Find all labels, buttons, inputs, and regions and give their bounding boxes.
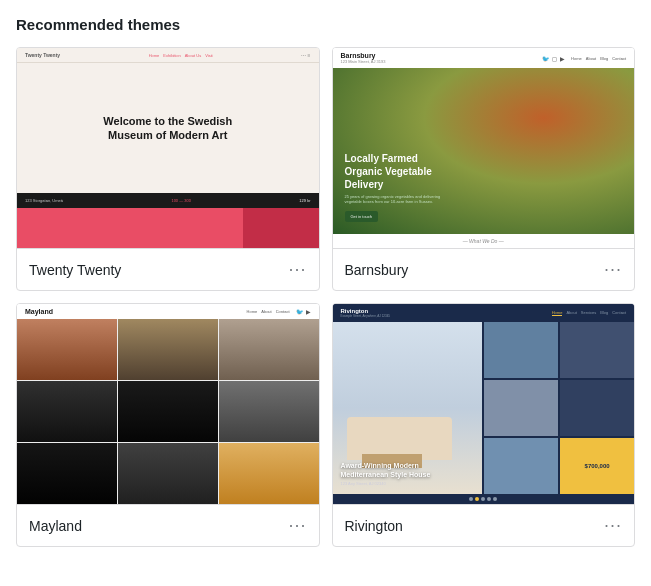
theme-footer-mayland: Mayland ··· (17, 504, 319, 546)
theme-name-rivington: Rivington (345, 518, 403, 534)
theme-name-barnsbury: Barnsbury (345, 262, 409, 278)
theme-card-barnsbury: Barnsbury 123 Main Street, AJ 3193 🐦◻▶ H… (332, 47, 636, 291)
theme-card-rivington: Rivington Example Street, Anywhere, AJ 1… (332, 303, 636, 547)
theme-more-button-barnsbury[interactable]: ··· (604, 259, 622, 280)
theme-preview-mayland[interactable]: Mayland HomeAboutContact 🐦▶ (17, 304, 319, 504)
theme-card-mayland: Mayland HomeAboutContact 🐦▶ (16, 303, 320, 547)
themes-grid: Twenty Twenty Home Exhibition About Us V… (16, 47, 635, 547)
section-title: Recommended themes (16, 16, 635, 33)
theme-preview-barnsbury[interactable]: Barnsbury 123 Main Street, AJ 3193 🐦◻▶ H… (333, 48, 635, 248)
theme-footer-barnsbury: Barnsbury ··· (333, 248, 635, 290)
theme-footer-rivington: Rivington ··· (333, 504, 635, 546)
theme-name-twenty-twenty: Twenty Twenty (29, 262, 121, 278)
theme-more-button-mayland[interactable]: ··· (288, 515, 306, 536)
theme-name-mayland: Mayland (29, 518, 82, 534)
theme-more-button-twenty-twenty[interactable]: ··· (288, 259, 306, 280)
theme-preview-twenty-twenty[interactable]: Twenty Twenty Home Exhibition About Us V… (17, 48, 319, 248)
theme-footer-twenty-twenty: Twenty Twenty ··· (17, 248, 319, 290)
theme-preview-rivington[interactable]: Rivington Example Street, Anywhere, AJ 1… (333, 304, 635, 504)
theme-card-twenty-twenty: Twenty Twenty Home Exhibition About Us V… (16, 47, 320, 291)
theme-more-button-rivington[interactable]: ··· (604, 515, 622, 536)
